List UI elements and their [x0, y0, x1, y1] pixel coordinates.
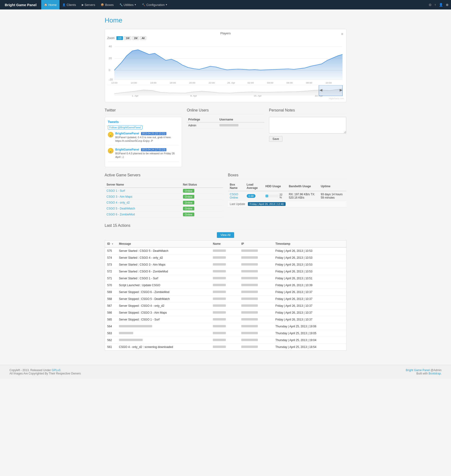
action-name-4: [210, 275, 239, 282]
col-name: Name: [210, 240, 239, 247]
action-name-11: [210, 323, 239, 330]
action-ip-9: [239, 309, 273, 316]
nav-home[interactable]: 🏠 Home: [41, 0, 59, 9]
server-row-4: CSGO 6 - ZombieMod Online: [105, 211, 223, 217]
action-ip-2: [239, 261, 273, 268]
action-row-12: 563 Thursday | April 25, 2013 | 19:05: [105, 330, 346, 336]
chart-navigator[interactable]: 1. Apr 8. Apr 15. Apr 22. Apr ◀ ▶: [107, 85, 344, 97]
nav-icon-power[interactable]: ⊗: [446, 3, 449, 7]
nav-configuration[interactable]: 🔨 Configuration ▼: [139, 0, 170, 9]
follow-button[interactable]: Follow @BrightGamePanel: [108, 125, 143, 129]
action-message-13: [117, 336, 210, 343]
action-name-7: [210, 295, 239, 302]
server-status-1: Online: [181, 194, 223, 200]
action-row-2: 573 Server Started : CSGO 3 - Aim Maps F…: [105, 261, 346, 268]
zoom-1m[interactable]: 1M: [132, 36, 139, 40]
last-update-cell: Last Update Friday | April 26, 2013 | 12…: [228, 201, 346, 207]
tweet-2-text: BGPanel 0.4.0 planned to be released on …: [115, 152, 179, 159]
action-row-0: 575 Server Started : CSGO 5 - DeathMatch…: [105, 247, 346, 254]
chart-menu-icon[interactable]: ≡: [341, 32, 343, 36]
utilities-dropdown-icon: ▼: [134, 4, 136, 6]
action-name-1: [210, 254, 239, 261]
tweet-1-content: BrightGamePanel 2013-04-25 (23:13:21) BG…: [115, 132, 179, 143]
action-name-2: [210, 261, 239, 268]
col-server-name: Server Name: [105, 182, 181, 188]
nav-icon-refresh[interactable]: ⊙: [429, 3, 432, 7]
action-ip-7: [239, 295, 273, 302]
two-col-section: Active Game Servers Server Name Net Stat…: [105, 173, 346, 218]
action-ip-0: [239, 247, 273, 254]
box-link-0[interactable]: CSGO Online: [230, 193, 238, 199]
twitter-title: Twitter: [105, 108, 182, 114]
footer-brand-link[interactable]: Bright Game Panel: [406, 369, 430, 372]
svg-text:16:00: 16:00: [150, 82, 157, 84]
action-id-1: 574: [105, 254, 117, 261]
personal-notes-section: Personal Notes Save: [269, 108, 346, 167]
svg-text:-20: -20: [109, 78, 113, 81]
action-timestamp-4: Friday | April 26, 2013 | 10:51: [273, 275, 346, 282]
zoom-1d[interactable]: 1D: [116, 36, 123, 40]
tweet-2: 💡 BrightGamePanel 2013-04-24 (17:53:23) …: [108, 148, 179, 162]
last-update-value: Friday | April 26, 2013 | 12:40: [248, 202, 286, 206]
action-row-10: 565 Server Stopped : CSGO 1 - Surf Frida…: [105, 316, 346, 323]
server-link-4[interactable]: CSGO 6 - ZombieMod: [107, 213, 135, 216]
nav-clients[interactable]: 👤 Clients: [59, 0, 79, 9]
action-message-1: Server Started : CSGO 4 - only_d2: [117, 254, 210, 261]
hdd-bar-bg-0: [265, 195, 279, 197]
user-name-0: [218, 122, 264, 128]
zoom-all[interactable]: All: [140, 36, 146, 40]
server-name-0: CSGO 1 - Surf: [105, 188, 181, 194]
brand-logo[interactable]: Bright Game Panel: [2, 3, 39, 7]
server-link-3[interactable]: CSGO 5 - DeathMatch: [107, 207, 135, 210]
server-row-0: CSGO 1 - Surf Online: [105, 188, 223, 194]
notes-textarea[interactable]: [269, 117, 346, 134]
clients-icon: 👤: [62, 3, 66, 6]
last-update-row: Last Update Friday | April 26, 2013 | 12…: [228, 201, 346, 207]
col-load-avg: Load Average: [245, 182, 263, 191]
tweet-1-text: BGPanel Updated, 0.4.0 is now out, grab …: [115, 136, 179, 143]
twitter-box: Tweets Follow @BrightGamePanel 💡 BrightG…: [105, 117, 182, 167]
server-link-1[interactable]: CSGO 3 - Aim Maps: [107, 195, 132, 198]
nav-utilities[interactable]: 🔧 Utilities ▼: [117, 0, 139, 9]
id-sort-icon: ▼: [111, 243, 114, 245]
boxes-table: Box Name Load Average HDD Usage Bandwith…: [228, 182, 346, 207]
tweet-2-author[interactable]: BrightGamePanel: [115, 148, 139, 151]
nav-boxes[interactable]: 📦 Boxes: [98, 0, 116, 9]
online-users-title: Online Users: [187, 108, 264, 114]
server-name-3: CSGO 5 - DeathMatch: [105, 205, 181, 211]
footer-license-line: Copyleft - 2013. Released Under GPLv3.: [9, 369, 81, 372]
server-name-2: CSGO 4 - only_d2: [105, 200, 181, 205]
nav-icon-upload[interactable]: ↑: [434, 3, 436, 7]
action-ip-5: [239, 282, 273, 288]
action-row-11: 564 Thursday | April 25, 2013 | 19:06: [105, 323, 346, 330]
col-message: Message: [117, 240, 210, 247]
view-all-button[interactable]: View All: [217, 232, 234, 238]
svg-text:26. Apr: 26. Apr: [227, 82, 235, 84]
main-content: Home Players ≡ Zoom 1D 1W 1M All 40 2: [95, 9, 356, 365]
col-id[interactable]: ID ▼: [105, 240, 117, 247]
bootstrap-link[interactable]: Bootstrap: [428, 372, 441, 375]
action-ip-8: [239, 302, 273, 309]
zoom-1w[interactable]: 1W: [124, 36, 131, 40]
nav-icon-user[interactable]: 👤: [439, 3, 443, 7]
action-message-3: Server Started : CSGO 6 - ZombieMod: [117, 268, 210, 275]
gplv3-link[interactable]: GPLv3: [52, 369, 60, 372]
server-link-0[interactable]: CSGO 1 - Surf: [107, 189, 125, 192]
col-privilege: Privilege: [187, 117, 218, 122]
action-name-6: [210, 288, 239, 295]
col-net-status: Net Status: [181, 182, 223, 188]
action-message-5: Script Launched : Update CSGO: [117, 282, 210, 288]
footer-bootstrap-line: Built with Bootstrap.: [406, 372, 442, 375]
server-link-2[interactable]: CSGO 4 - only_d2: [107, 201, 130, 204]
twitter-section: Twitter Tweets Follow @BrightGamePanel 💡…: [105, 108, 182, 167]
svg-text:◀: ◀: [319, 88, 322, 92]
action-id-2: 573: [105, 261, 117, 268]
load-badge-0: 0.68: [247, 194, 256, 198]
tweet-1-author[interactable]: BrightGamePanel: [115, 132, 139, 135]
online-users-table: Privilege Username Admin: [187, 117, 264, 128]
save-notes-button[interactable]: Save: [269, 136, 282, 142]
nav-servers[interactable]: ▶ Servers: [79, 0, 98, 9]
action-name-5: [210, 282, 239, 288]
action-row-14: 561 CSGO 4 - only_d2 : screenlog downloa…: [105, 343, 346, 350]
col-ip: IP: [239, 240, 273, 247]
